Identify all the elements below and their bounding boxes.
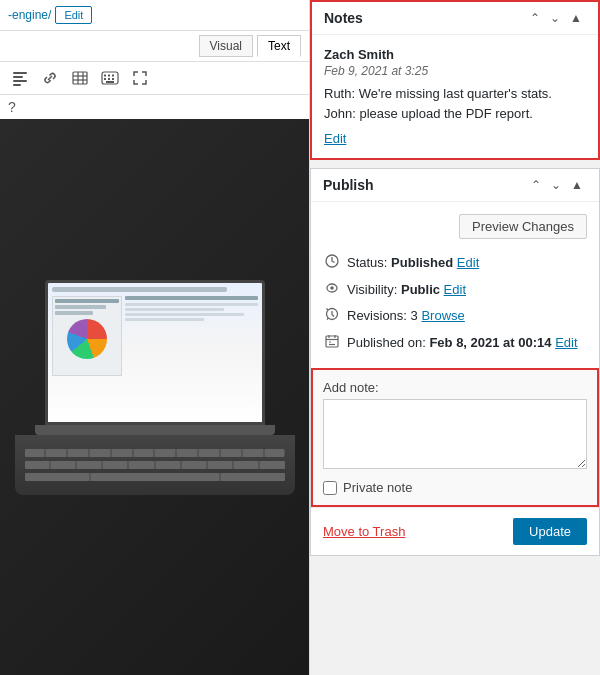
notes-collapse-down-button[interactable]: ⌄ <box>546 10 564 26</box>
left-panel: -engine/ Edit Visual Text <box>0 0 310 675</box>
tab-text[interactable]: Text <box>257 35 301 57</box>
note-edit-link[interactable]: Edit <box>324 131 346 146</box>
publish-collapse-up-button[interactable]: ⌃ <box>527 177 545 193</box>
revisions-row: Revisions: 3 Browse <box>323 302 587 329</box>
visibility-icon <box>323 281 341 297</box>
notes-toggle-button[interactable]: ▲ <box>566 10 586 26</box>
svg-rect-20 <box>326 336 338 347</box>
visibility-edit-link[interactable]: Edit <box>444 282 466 297</box>
right-panel: Notes ⌃ ⌄ ▲ Zach Smith Feb 9, 2021 at 3:… <box>310 0 600 675</box>
svg-rect-11 <box>108 75 110 77</box>
editor-toolbar <box>0 62 309 95</box>
publish-toggle-button[interactable]: ▲ <box>567 177 587 193</box>
published-edit-link[interactable]: Edit <box>555 335 577 350</box>
publish-widget-header: Publish ⌃ ⌄ ▲ <box>311 169 599 202</box>
revisions-label: Revisions: <box>347 308 407 323</box>
laptop-keyboard <box>15 435 295 495</box>
notes-collapse-up-button[interactable]: ⌃ <box>526 10 544 26</box>
status-edit-link[interactable]: Edit <box>457 255 479 270</box>
move-to-trash-link[interactable]: Move to Trash <box>323 524 405 539</box>
published-label: Published on: <box>347 335 426 350</box>
svg-rect-1 <box>13 76 23 78</box>
add-note-textarea[interactable] <box>323 399 587 469</box>
svg-rect-13 <box>104 78 106 80</box>
status-icon <box>323 254 341 271</box>
notes-widget-title: Notes <box>324 10 526 26</box>
svg-rect-12 <box>112 75 114 77</box>
published-value: Feb 8, 2021 at 00:14 <box>429 335 551 350</box>
revisions-browse-link[interactable]: Browse <box>421 308 464 323</box>
published-text: Published on: Feb 8, 2021 at 00:14 Edit <box>347 335 587 350</box>
table-icon[interactable] <box>68 66 92 90</box>
svg-point-18 <box>330 286 334 290</box>
url-edit-button[interactable]: Edit <box>55 6 92 24</box>
fullscreen-icon[interactable] <box>128 66 152 90</box>
published-row: Published on: Feb 8, 2021 at 00:14 Edit <box>323 329 587 356</box>
svg-rect-0 <box>13 72 27 74</box>
visibility-text: Visibility: Public Edit <box>347 282 587 297</box>
publish-widget-body: Preview Changes Status: Published Edit <box>311 202 599 507</box>
revisions-value: 3 <box>411 308 418 323</box>
private-note-checkbox[interactable] <box>323 481 337 495</box>
publish-collapse-down-button[interactable]: ⌄ <box>547 177 565 193</box>
svg-rect-4 <box>73 72 87 84</box>
publish-widget-controls: ⌃ ⌄ ▲ <box>527 177 587 193</box>
preview-changes-button[interactable]: Preview Changes <box>459 214 587 239</box>
notes-widget-body: Zach Smith Feb 9, 2021 at 3:25 Ruth: We'… <box>312 35 598 158</box>
private-note-label: Private note <box>343 480 412 495</box>
publish-widget-title: Publish <box>323 177 527 193</box>
tab-visual[interactable]: Visual <box>199 35 253 57</box>
publish-widget: Publish ⌃ ⌄ ▲ Preview Changes Status: Pu <box>310 168 600 556</box>
laptop-illustration <box>0 119 309 675</box>
laptop-base <box>35 425 275 435</box>
revisions-text: Revisions: 3 Browse <box>347 308 587 323</box>
status-text: Status: Published Edit <box>347 255 587 270</box>
align-left-icon[interactable] <box>8 66 32 90</box>
notes-widget: Notes ⌃ ⌄ ▲ Zach Smith Feb 9, 2021 at 3:… <box>310 0 600 160</box>
keyboard-icon[interactable] <box>98 66 122 90</box>
svg-rect-16 <box>106 81 114 83</box>
notes-widget-header: Notes ⌃ ⌄ ▲ <box>312 2 598 35</box>
svg-rect-2 <box>13 80 27 82</box>
note-text: Ruth: We're missing last quarter's stats… <box>324 84 586 123</box>
url-text: -engine/ <box>8 8 51 22</box>
svg-rect-15 <box>112 78 114 80</box>
update-button[interactable]: Update <box>513 518 587 545</box>
notes-widget-controls: ⌃ ⌄ ▲ <box>526 10 586 26</box>
help-icon[interactable]: ? <box>0 95 309 119</box>
link-icon[interactable] <box>38 66 62 90</box>
preview-btn-row: Preview Changes <box>323 214 587 239</box>
status-value: Published <box>391 255 453 270</box>
editor-tabs: Visual Text <box>0 31 309 62</box>
visibility-row: Visibility: Public Edit <box>323 276 587 302</box>
note-author: Zach Smith <box>324 47 586 62</box>
publish-footer: Move to Trash Update <box>311 507 599 555</box>
add-note-label: Add note: <box>323 380 587 395</box>
revisions-icon <box>323 307 341 324</box>
svg-rect-3 <box>13 84 21 86</box>
svg-rect-14 <box>108 78 110 80</box>
status-row: Status: Published Edit <box>323 249 587 276</box>
status-label: Status: <box>347 255 387 270</box>
visibility-value: Public <box>401 282 440 297</box>
svg-rect-10 <box>104 75 106 77</box>
private-note-row: Private note <box>323 480 587 495</box>
note-date: Feb 9, 2021 at 3:25 <box>324 64 586 78</box>
published-icon <box>323 334 341 351</box>
image-area <box>0 119 309 675</box>
visibility-label: Visibility: <box>347 282 397 297</box>
laptop-screen <box>45 280 265 425</box>
url-bar: -engine/ Edit <box>0 0 309 31</box>
add-note-section: Add note: Private note <box>311 368 599 507</box>
